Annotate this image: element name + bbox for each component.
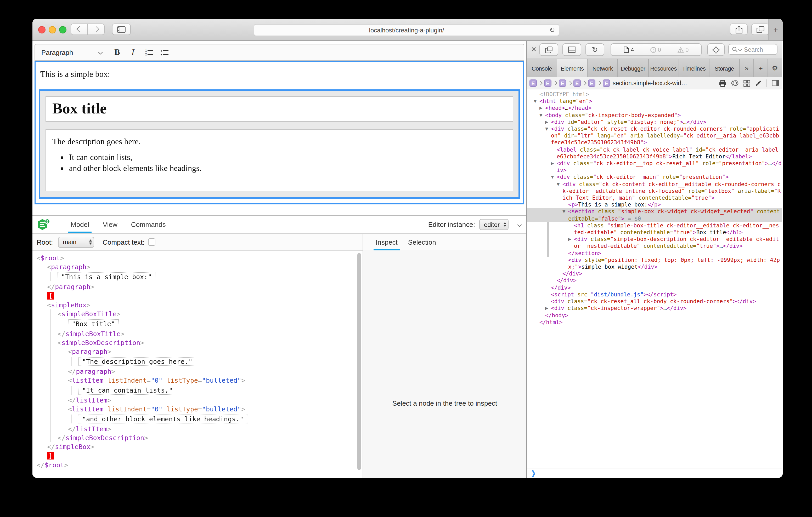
more-tabs-button[interactable]: » [740, 59, 754, 78]
dom-tree-line[interactable]: ▶<div class="ck ck-editor__top ck-reset_… [527, 160, 782, 174]
disclosure-triangle-icon[interactable]: ▼ [557, 181, 562, 187]
disclosure-triangle-icon[interactable]: ▶ [568, 236, 574, 243]
close-devtools-button[interactable]: ✕ [531, 45, 537, 53]
tree-open-tag[interactable]: <listItem listIndent="0" listType="bulle… [68, 405, 362, 414]
dom-tree-line[interactable]: <div style="position: fixed; top: 0px; l… [527, 257, 782, 271]
element-badge[interactable]: E [573, 80, 581, 87]
show-source-button[interactable] [731, 80, 739, 86]
resource-summary-control[interactable]: 4 0 [611, 43, 702, 56]
editor-instance-select[interactable]: editor [479, 219, 509, 230]
dom-tree-line[interactable]: <p>This is a simple box:</p> [527, 202, 782, 208]
tree-close-tag[interactable]: </listItem> [68, 396, 362, 405]
tree-open-tag[interactable]: <paragraph> [47, 263, 362, 271]
quick-console[interactable]: ❯ [527, 468, 782, 478]
tree-open-tag[interactable]: <$root> [37, 253, 362, 263]
disclosure-triangle-icon[interactable]: ▼ [562, 208, 568, 215]
tree-close-tag[interactable]: </paragraph> [47, 282, 362, 291]
editor-editable-area[interactable]: This is a simple box: Box title The desc… [34, 61, 524, 204]
dom-tree-line[interactable]: <h1 class="simple-box-title ck-editor__e… [527, 222, 782, 236]
tree-text-node[interactable]: "The description goes here." [79, 357, 362, 366]
dom-tree-line[interactable]: <div class="ck ck-reset_all ck-body ck-r… [527, 298, 782, 305]
element-badge[interactable]: E [544, 80, 551, 87]
tab-model[interactable]: Model [64, 216, 96, 233]
element-badge[interactable]: E [529, 80, 537, 87]
tree-open-tag[interactable]: <simpleBox> [47, 301, 362, 309]
tree-scrollbar[interactable] [357, 253, 361, 470]
dom-tree-line[interactable]: ▶<div id="editor" style="display: none;"… [527, 119, 782, 125]
element-badge[interactable]: E [559, 80, 566, 87]
tree-close-tag[interactable]: </simpleBoxDescription> [58, 433, 362, 442]
dom-tree-line[interactable]: </section> [527, 250, 782, 256]
dom-tree-line[interactable]: </body> [527, 312, 782, 318]
heading-dropdown[interactable]: Paragraph [35, 48, 109, 56]
disclosure-triangle-icon[interactable]: ▼ [545, 125, 551, 132]
numbered-list-button[interactable]: 1 2 [141, 48, 156, 57]
dom-tree-line[interactable]: ▶<div class="simple-box-description ck-e… [527, 236, 782, 250]
dom-tree-line[interactable]: ▼<div class="ck ck-reset ck-editor ck-ro… [527, 125, 782, 146]
element-picker-button[interactable] [707, 43, 725, 56]
tree-close-tag[interactable]: </simpleBoxTitle> [58, 329, 362, 338]
simple-box-description-field[interactable]: The description goes here. It can contai… [46, 129, 513, 191]
dom-tree-line[interactable]: <label class="ck ck-label ck-voice-label… [527, 146, 782, 160]
devtools-tab-resources[interactable]: Resources [648, 59, 679, 78]
list-item[interactable]: It can contain lists, [69, 153, 513, 162]
collapse-inspector-icon[interactable] [517, 222, 522, 227]
address-bar[interactable]: localhost/creating-a-plugin/ ↻ [254, 24, 559, 36]
list-item[interactable]: and other block elements like headings. [69, 163, 513, 173]
dom-tree-line[interactable]: </div> [527, 271, 782, 277]
tab-inspect[interactable]: Inspect [370, 238, 403, 250]
tree-text-node[interactable]: "It can contain lists," [79, 386, 362, 395]
tree-close-tag[interactable]: </simpleBox> [47, 442, 362, 451]
disclosure-triangle-icon[interactable]: ▶ [551, 160, 557, 167]
devtools-tab-elements[interactable]: Elements [557, 59, 587, 78]
zoom-window-button[interactable] [59, 26, 66, 33]
dom-tree-line[interactable]: ▼<html lang="en"> [527, 98, 782, 104]
dom-tree-line[interactable]: ▼<body class="ck-inspector-body-expanded… [527, 112, 782, 118]
bold-button[interactable]: B [109, 48, 125, 57]
dom-tree-line[interactable]: <script src="dist/bundle.js"></script> [527, 291, 782, 298]
italic-button[interactable]: I [125, 48, 141, 57]
minimize-window-button[interactable] [49, 26, 56, 33]
close-window-button[interactable] [38, 26, 46, 33]
disclosure-triangle-icon[interactable]: ▶ [540, 105, 545, 112]
tree-text-node[interactable]: "This is a simple box:" [58, 272, 362, 281]
tab-commands[interactable]: Commands [124, 216, 173, 233]
tree-open-tag[interactable]: <simpleBoxDescription> [58, 338, 362, 347]
tree-close-tag[interactable]: </$root> [37, 460, 362, 469]
tree-close-tag[interactable]: </listItem> [68, 424, 362, 433]
disclosure-triangle-icon[interactable]: ▼ [551, 174, 557, 181]
dom-tree-line[interactable]: <!DOCTYPE html> [527, 91, 782, 98]
styles-editor-button[interactable] [755, 80, 762, 87]
layout-grid-button[interactable] [744, 80, 750, 87]
dom-tree-line[interactable]: ▼<div class="ck ck-editor__main" role="p… [527, 174, 782, 181]
simple-box-widget[interactable]: Box title The description goes here. It … [39, 89, 520, 199]
back-button[interactable] [70, 24, 88, 35]
tab-selection[interactable]: Selection [403, 238, 441, 250]
tree-open-tag[interactable]: <listItem listIndent="0" listType="bulle… [68, 376, 362, 385]
disclosure-triangle-icon[interactable]: ▶ [545, 305, 551, 312]
tree-text-node[interactable]: "Box title" [68, 320, 362, 328]
devtools-tab-storage[interactable]: Storage [709, 59, 740, 78]
devtools-search-field[interactable]: Search [728, 44, 778, 55]
compact-text-checkbox[interactable] [148, 238, 156, 246]
box-title-text[interactable]: Box title [52, 100, 513, 117]
tree-open-tag[interactable]: <paragraph> [68, 347, 362, 356]
add-tab-button[interactable]: + [754, 59, 768, 78]
devtools-tab-network[interactable]: Network [588, 59, 618, 78]
simple-box-title-field[interactable]: Box title [46, 96, 513, 122]
intro-paragraph[interactable]: This is a simple box: [36, 69, 523, 79]
devtools-tab-timelines[interactable]: Timelines [679, 59, 709, 78]
element-badge[interactable]: E [588, 80, 596, 87]
description-text[interactable]: The description goes here. [52, 137, 513, 146]
dock-bottom-button[interactable] [562, 43, 581, 56]
devtools-tab-console[interactable]: Console [527, 59, 557, 78]
print-styles-button[interactable] [719, 80, 726, 87]
new-tab-button[interactable]: + [768, 19, 783, 40]
sidebar-toggle-button[interactable] [112, 24, 131, 35]
share-button[interactable] [730, 24, 748, 35]
detach-devtools-button[interactable] [540, 43, 558, 56]
details-sidebar-toggle[interactable] [772, 80, 779, 86]
dom-tree-line[interactable]: ▶<head>…</head> [527, 105, 782, 112]
tree-close-tag[interactable]: </paragraph> [68, 367, 362, 376]
forward-button[interactable] [87, 24, 105, 35]
